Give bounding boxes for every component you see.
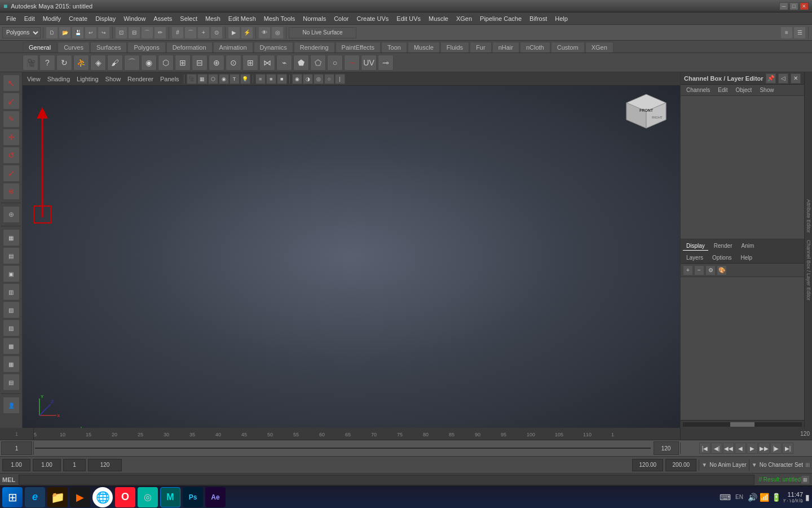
- prev-frame-btn[interactable]: ◀|: [711, 443, 722, 454]
- maximize-button[interactable]: □: [789, 2, 798, 10]
- mel-expand-btn[interactable]: ⊞: [801, 475, 810, 484]
- menu-mesh-tools[interactable]: Mesh Tools: [260, 14, 299, 23]
- shelf-tab-custom[interactable]: Custom: [551, 42, 585, 52]
- lasso-btn[interactable]: ⌒: [141, 27, 153, 39]
- menu-pipeline-cache[interactable]: Pipeline Cache: [476, 14, 526, 23]
- shelf-icon-uv[interactable]: UV: [361, 55, 377, 71]
- le-subtab-options[interactable]: Options: [709, 253, 735, 262]
- shelf-tab-nhair[interactable]: nHair: [492, 42, 519, 52]
- menu-bifrost[interactable]: Bifrost: [526, 14, 551, 23]
- end-frame-field[interactable]: [33, 459, 61, 471]
- shelf-tab-rendering[interactable]: Rendering: [294, 42, 335, 52]
- viewport-menu-renderer[interactable]: Renderer: [125, 76, 156, 82]
- cb-tab-show[interactable]: Show: [756, 86, 777, 94]
- le-layer-options-btn[interactable]: ⚙: [705, 265, 716, 275]
- cb-tab-edit[interactable]: Edit: [714, 86, 731, 94]
- frame-range-field[interactable]: [88, 459, 122, 471]
- volume-icon[interactable]: 🔊: [748, 493, 757, 502]
- opera-app[interactable]: O: [115, 487, 135, 507]
- shelf-icon-cluster[interactable]: ⊕: [209, 55, 224, 71]
- redo-btn[interactable]: ↪: [98, 27, 110, 39]
- shelf-icon-help[interactable]: ?: [39, 55, 55, 71]
- viewport-menu-panels[interactable]: Panels: [158, 76, 182, 82]
- vp-bar-icon[interactable]: |: [335, 74, 345, 84]
- scale-tool-btn[interactable]: ⤢: [3, 165, 20, 182]
- vp-cam-icon[interactable]: 🎥: [187, 74, 197, 84]
- vp-sphere-icon[interactable]: ◉: [292, 74, 302, 84]
- show-manip-btn[interactable]: ⊕: [3, 206, 20, 223]
- vp-quality-3[interactable]: ■: [277, 74, 287, 84]
- file-explorer-app[interactable]: 📁: [47, 487, 68, 507]
- layer-tools-8[interactable]: ▦: [3, 356, 20, 373]
- menu-create-uvs[interactable]: Create UVs: [352, 14, 392, 23]
- timeline-track[interactable]: [35, 448, 651, 449]
- shelf-tab-toon[interactable]: Toon: [381, 42, 407, 52]
- chrome-app[interactable]: 🌐: [92, 487, 113, 507]
- show-hide-btn[interactable]: 👁: [258, 27, 271, 39]
- shelf-tab-fur[interactable]: Fur: [470, 42, 492, 52]
- close-button[interactable]: ✕: [800, 2, 809, 10]
- snap-view-btn[interactable]: ⊙: [210, 27, 223, 39]
- shelf-tab-painteffects[interactable]: PaintEffects: [336, 42, 381, 52]
- le-new-layer-btn[interactable]: +: [683, 265, 693, 275]
- menu-normals[interactable]: Normals: [299, 14, 330, 23]
- menu-window[interactable]: Window: [120, 14, 149, 23]
- go-end-btn[interactable]: ▶|: [782, 443, 793, 454]
- shelf-tab-surfaces[interactable]: Surfaces: [90, 42, 127, 52]
- status-expand-icon[interactable]: ⊞: [805, 462, 810, 468]
- le-delete-layer-btn[interactable]: −: [694, 265, 704, 275]
- shelf-icon-sculpt2[interactable]: ⬟: [293, 55, 309, 71]
- shelf-tab-deformation[interactable]: Deformation: [166, 42, 213, 52]
- layer-tools-1[interactable]: ▦: [3, 229, 20, 246]
- shelf-icon-blend[interactable]: ⊙: [226, 55, 241, 71]
- le-tab-anim[interactable]: Anim: [738, 242, 758, 250]
- show-desktop-icon[interactable]: ▮: [805, 493, 810, 502]
- vp-texture-icon[interactable]: T: [230, 74, 240, 84]
- play-back-btn[interactable]: ◀: [735, 443, 746, 454]
- attr-editor-tab[interactable]: Attribute Editor: [805, 196, 813, 237]
- shelf-tab-xgen[interactable]: XGen: [585, 42, 614, 52]
- layer-tools-2[interactable]: ▤: [3, 247, 20, 264]
- vp-quality-1[interactable]: ■: [255, 74, 266, 84]
- snap-point-btn[interactable]: +: [197, 27, 210, 39]
- menu-edit-mesh[interactable]: Edit Mesh: [224, 14, 260, 23]
- layer-scrollbar[interactable]: [681, 420, 804, 428]
- view-cube-container[interactable]: FRONT RIGHT: [624, 91, 669, 137]
- viewport-menu-shading[interactable]: Shading: [45, 76, 72, 82]
- select-tool-btn[interactable]: ↖: [3, 75, 20, 91]
- minimize-button[interactable]: ─: [779, 2, 788, 10]
- mel-input[interactable]: [19, 475, 754, 485]
- menu-create[interactable]: Create: [65, 14, 91, 23]
- move-tool-btn[interactable]: ✛: [3, 129, 20, 146]
- menu-edit-uvs[interactable]: Edit UVs: [392, 14, 425, 23]
- shelf-icon-arrow[interactable]: →: [344, 55, 360, 71]
- select-by-hierarchy-btn[interactable]: ⊡: [115, 27, 127, 39]
- open-scene-btn[interactable]: 📂: [59, 27, 71, 39]
- render-btn[interactable]: ▶: [228, 27, 240, 39]
- le-tab-display[interactable]: Display: [683, 242, 708, 251]
- shelf-icon-wire[interactable]: ⌁: [276, 55, 292, 71]
- lasso-select-tool-btn[interactable]: ↙: [3, 93, 20, 110]
- shelf-icon-nurbscircle[interactable]: ○: [327, 55, 343, 71]
- shelf-tab-animation[interactable]: Animation: [213, 42, 253, 52]
- paint-select-btn[interactable]: ✏: [154, 27, 166, 39]
- vp-wire-icon[interactable]: ○: [324, 74, 334, 84]
- save-scene-btn[interactable]: 💾: [72, 27, 84, 39]
- shelf-icon-sphere[interactable]: ◉: [141, 55, 157, 71]
- shelf-tab-general[interactable]: General: [23, 42, 57, 52]
- cb-tab-channels[interactable]: Channels: [683, 86, 713, 94]
- start-button[interactable]: ⊞: [2, 487, 23, 507]
- shelf-tab-fluids[interactable]: Fluids: [440, 42, 469, 52]
- shelf-icon-surface[interactable]: ⬠: [310, 55, 326, 71]
- menu-file[interactable]: File: [2, 14, 20, 23]
- menu-assets[interactable]: Assets: [149, 14, 176, 23]
- go-start-btn[interactable]: |◀: [699, 443, 710, 454]
- channel-box-tab-vert[interactable]: Channel Box / Layer Editor: [805, 237, 813, 304]
- universal-manip-btn[interactable]: ⊛: [3, 183, 20, 200]
- select-by-component-btn[interactable]: ⊟: [128, 27, 140, 39]
- shelf-icon-curve-tool[interactable]: ⌒: [124, 55, 140, 71]
- menu-edit[interactable]: Edit: [20, 14, 39, 23]
- cb-pin-btn[interactable]: 📌: [766, 73, 776, 84]
- new-scene-btn[interactable]: 🗋: [46, 27, 58, 39]
- menu-mesh[interactable]: Mesh: [201, 14, 224, 23]
